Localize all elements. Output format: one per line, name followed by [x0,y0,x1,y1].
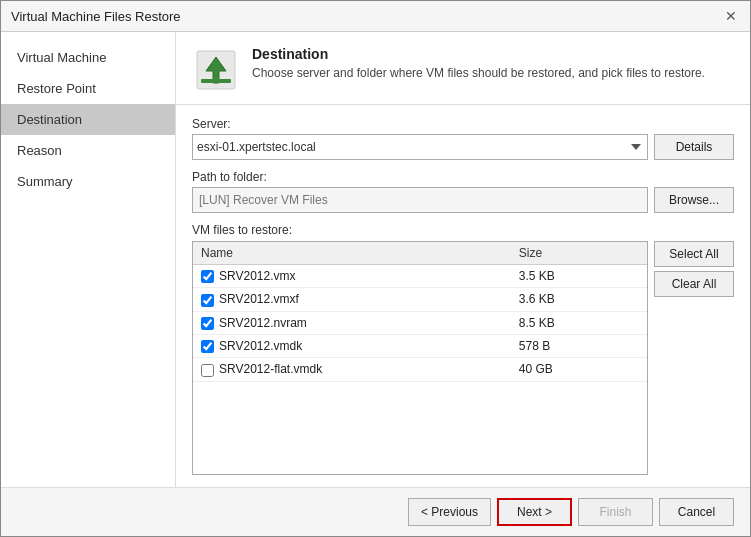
file-name-cell: SRV2012.vmx [193,265,511,288]
file-name-cell: SRV2012-flat.vmdk [193,358,511,381]
sidebar-label-reason: Reason [17,143,62,158]
vm-files-section: VM files to restore: Name Size [192,223,734,475]
title-bar: Virtual Machine Files Restore ✕ [1,1,750,32]
file-checkbox[interactable] [201,317,214,330]
browse-button[interactable]: Browse... [654,187,734,213]
dialog-body: Virtual Machine Restore Point Destinatio… [1,32,750,487]
previous-button[interactable]: < Previous [408,498,491,526]
file-name: SRV2012.vmxf [219,292,299,306]
col-header-size: Size [511,242,647,265]
title-bar-left: Virtual Machine Files Restore [11,9,181,24]
vm-files-container: Name Size SRV2012.vmx3.5 KBSRV2012.vmxf3… [192,241,734,475]
dialog-title: Virtual Machine Files Restore [11,9,181,24]
file-checkbox[interactable] [201,364,214,377]
path-input[interactable] [192,187,648,213]
sidebar-item-restore-point[interactable]: Restore Point [1,73,175,104]
table-row: SRV2012.vmx3.5 KB [193,265,647,288]
sidebar-label-virtual-machine: Virtual Machine [17,50,106,65]
file-name-cell: SRV2012.vmxf [193,288,511,311]
footer: < Previous Next > Finish Cancel [1,487,750,536]
cancel-button[interactable]: Cancel [659,498,734,526]
file-name: SRV2012.vmdk [219,339,302,353]
path-label: Path to folder: [192,170,734,184]
sidebar-item-reason[interactable]: Reason [1,135,175,166]
server-row: Server: esxi-01.xpertstec.local Details [192,117,734,160]
vm-files-buttons: Select All Clear All [654,241,734,475]
vm-files-table-wrapper[interactable]: Name Size SRV2012.vmx3.5 KBSRV2012.vmxf3… [192,241,648,475]
header-icon [192,46,240,94]
server-label: Server: [192,117,734,131]
next-button[interactable]: Next > [497,498,572,526]
file-name: SRV2012.nvram [219,316,307,330]
vm-files-label: VM files to restore: [192,223,734,237]
server-row-inline: esxi-01.xpertstec.local Details [192,134,734,160]
sidebar-item-destination[interactable]: Destination [1,104,175,135]
header-text: Destination Choose server and folder whe… [252,46,705,80]
vm-files-table: Name Size SRV2012.vmx3.5 KBSRV2012.vmxf3… [193,242,647,382]
file-size: 578 B [511,334,647,357]
dialog-window: Virtual Machine Files Restore ✕ Virtual … [0,0,751,537]
select-all-button[interactable]: Select All [654,241,734,267]
sidebar-label-restore-point: Restore Point [17,81,96,96]
file-size: 8.5 KB [511,311,647,334]
file-name: SRV2012-flat.vmdk [219,362,322,376]
table-row: SRV2012.vmxf3.6 KB [193,288,647,311]
header-section: Destination Choose server and folder whe… [176,32,750,105]
sidebar-label-summary: Summary [17,174,73,189]
sidebar-item-summary[interactable]: Summary [1,166,175,197]
file-name: SRV2012.vmx [219,269,295,283]
close-button[interactable]: ✕ [722,7,740,25]
file-name-cell: SRV2012.nvram [193,311,511,334]
table-row: SRV2012-flat.vmdk40 GB [193,358,647,381]
table-row: SRV2012.nvram8.5 KB [193,311,647,334]
main-content: Destination Choose server and folder whe… [176,32,750,487]
finish-button[interactable]: Finish [578,498,653,526]
sidebar-label-destination: Destination [17,112,82,127]
file-checkbox[interactable] [201,294,214,307]
form-section: Server: esxi-01.xpertstec.local Details … [176,105,750,487]
sidebar-item-virtual-machine[interactable]: Virtual Machine [1,42,175,73]
clear-all-button[interactable]: Clear All [654,271,734,297]
col-header-name: Name [193,242,511,265]
path-row-inline: Browse... [192,187,734,213]
svg-rect-2 [201,79,231,83]
sidebar: Virtual Machine Restore Point Destinatio… [1,32,176,487]
file-size: 40 GB [511,358,647,381]
details-button[interactable]: Details [654,134,734,160]
server-select[interactable]: esxi-01.xpertstec.local [192,134,648,160]
file-name-cell: SRV2012.vmdk [193,334,511,357]
header-description: Choose server and folder where VM files … [252,66,705,80]
header-title: Destination [252,46,705,62]
path-row: Path to folder: Browse... [192,170,734,213]
file-checkbox[interactable] [201,270,214,283]
file-size: 3.5 KB [511,265,647,288]
file-checkbox[interactable] [201,340,214,353]
table-row: SRV2012.vmdk578 B [193,334,647,357]
file-size: 3.6 KB [511,288,647,311]
